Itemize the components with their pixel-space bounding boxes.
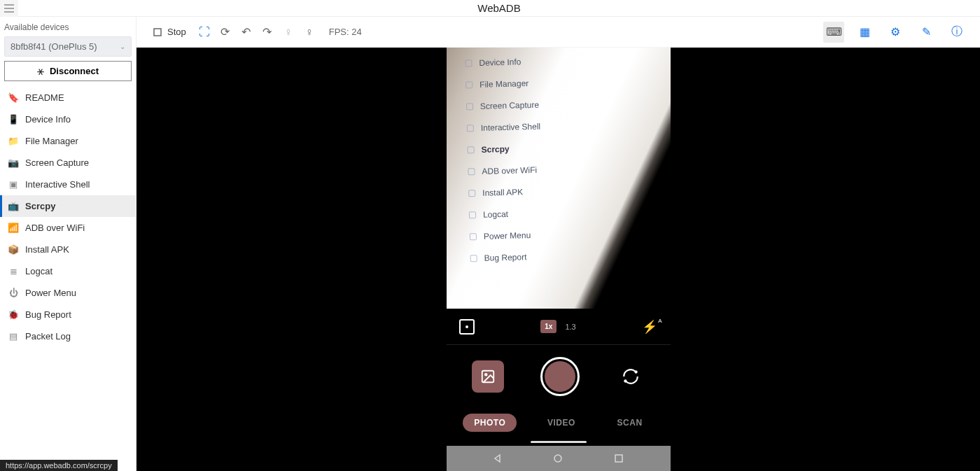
power-icon: ⏻: [8, 288, 18, 298]
rotate-device-left-button[interactable]: ↶: [241, 27, 252, 38]
sidebar-item-label: ADB over WiFi: [25, 223, 85, 233]
svg-rect-3: [154, 29, 161, 36]
viewfinder-list-item: Scrcpy: [467, 141, 649, 155]
idea-on-icon[interactable]: ♀: [304, 27, 315, 38]
sidebar-item-label: Device Info: [25, 114, 71, 125]
viewfinder-list-item: Logcat: [468, 206, 650, 220]
fullscreen-button[interactable]: ⛶: [199, 27, 210, 38]
sidebar-item-label: Bug Report: [25, 309, 71, 320]
sidebar-item-label: Power Menu: [25, 288, 76, 298]
sidebar: Available devices 8bfb8f41 (OnePlus 5) ⌄…: [0, 17, 136, 471]
camera-viewfinder[interactable]: Device InfoFile ManagerScreen CaptureInt…: [447, 48, 671, 309]
home-indicator: [447, 437, 671, 446]
terminal-icon: ▣: [8, 180, 18, 190]
svg-rect-9: [615, 455, 622, 462]
android-back-button[interactable]: [491, 452, 504, 465]
shutter-button[interactable]: [540, 357, 580, 396]
viewfinder-list-item: File Manager: [465, 76, 648, 90]
sidebar-item-label: Packet Log: [25, 331, 71, 342]
sidebar-item-device-info[interactable]: 📱Device Info: [0, 108, 136, 130]
sidebar-item-screen-capture[interactable]: 📷Screen Capture: [0, 152, 136, 174]
info-button[interactable]: ⓘ: [946, 22, 967, 43]
flash-auto-button[interactable]: ⚡A: [642, 319, 657, 335]
sidebar-item-label: Install APK: [25, 244, 69, 255]
sidebar-item-power-menu[interactable]: ⏻Power Menu: [0, 282, 136, 304]
phone-icon: 📱: [8, 115, 18, 125]
android-home-button[interactable]: [552, 452, 564, 465]
svg-point-6: [636, 371, 637, 372]
sidebar-item-logcat[interactable]: ≣Logcat: [0, 260, 136, 282]
fps-display: FPS: 24: [329, 27, 362, 37]
mode-photo-button[interactable]: PHOTO: [463, 414, 517, 432]
sidebar-item-label: File Manager: [25, 136, 78, 146]
cast-icon: 📺: [8, 202, 18, 211]
mode-video-button[interactable]: VIDEO: [536, 414, 587, 432]
stop-button[interactable]: Stop: [149, 24, 189, 41]
stop-label: Stop: [167, 27, 186, 37]
viewfinder-list-item: Device Info: [465, 54, 647, 69]
gallery-button[interactable]: [472, 360, 504, 393]
device-select-dropdown[interactable]: 8bfb8f41 (OnePlus 5) ⌄: [4, 36, 132, 57]
phone-screen: Device InfoFile ManagerScreen CaptureInt…: [447, 48, 671, 471]
svg-point-5: [485, 374, 487, 376]
sidebar-item-label: Logcat: [25, 266, 52, 276]
page-title: WebADB: [18, 2, 980, 14]
svg-point-7: [624, 380, 626, 381]
zoom-1-3-button[interactable]: 1.3: [565, 323, 575, 331]
keyboard-button[interactable]: ⌨: [823, 22, 844, 43]
sidebar-item-label: Scrcpy: [25, 201, 55, 211]
packet-icon: ▤: [8, 332, 18, 342]
device-select-value: 8bfb8f41 (OnePlus 5): [10, 41, 97, 52]
sidebar-item-install-apk[interactable]: 📦Install APK: [0, 239, 136, 260]
svg-point-8: [554, 455, 561, 462]
toolbar: Stop ⛶ ⟳ ↶ ↷ ♀ ♀ FPS: 24 ⌨ ▦ ⚙ ✎ ⓘ: [136, 17, 980, 48]
rotate-cw-button[interactable]: ⟳: [220, 27, 231, 38]
chevron-down-icon: ⌄: [120, 43, 125, 50]
viewfinder-list-item: Install APK: [468, 184, 650, 199]
layers-button[interactable]: ▦: [854, 22, 875, 43]
sidebar-header: Available devices: [0, 17, 136, 36]
sidebar-item-label: Screen Capture: [25, 157, 89, 168]
rotate-device-right-button[interactable]: ↷: [262, 27, 273, 38]
viewfinder-list-item: Power Menu: [469, 227, 651, 242]
sidebar-item-label: README: [25, 92, 64, 103]
viewfinder-list-item: Interactive Shell: [466, 119, 648, 134]
aspect-ratio-button[interactable]: [459, 319, 475, 335]
sidebar-item-bug-report[interactable]: 🐞Bug Report: [0, 304, 136, 325]
stop-icon: [152, 27, 163, 38]
camera-icon: 📷: [8, 158, 18, 168]
log-icon: ≣: [8, 267, 18, 276]
viewfinder-list-item: Screen Capture: [465, 97, 648, 112]
android-recents-button[interactable]: [612, 452, 625, 465]
package-icon: 📦: [8, 245, 18, 255]
viewfinder-list-item: ADB over WiFi: [468, 162, 650, 177]
settings-button[interactable]: ⚙: [885, 22, 906, 43]
sidebar-item-scrcpy[interactable]: 📺Scrcpy: [0, 195, 136, 217]
menu-toggle-button[interactable]: [0, 0, 18, 17]
zoom-1x-button[interactable]: 1x: [540, 320, 556, 333]
flip-camera-button[interactable]: [617, 363, 645, 391]
bug-icon: 🐞: [8, 310, 18, 320]
wifi-icon: 📶: [8, 223, 18, 233]
status-bar-url: https://app.webadb.com/scrcpy: [0, 460, 118, 471]
viewfinder-list-item: Bug Report: [470, 249, 652, 264]
sidebar-item-label: Interactive Shell: [25, 179, 90, 190]
bookmark-icon: 🔖: [8, 93, 18, 103]
sidebar-item-packet-log[interactable]: ▤Packet Log: [0, 325, 136, 347]
screen-mirror-area[interactable]: Device InfoFile ManagerScreen CaptureInt…: [136, 48, 980, 471]
sidebar-item-interactive-shell[interactable]: ▣Interactive Shell: [0, 174, 136, 195]
sidebar-item-adb-over-wifi[interactable]: 📶ADB over WiFi: [0, 217, 136, 239]
magic-button[interactable]: ✎: [916, 22, 937, 43]
plug-icon: ⚹: [37, 66, 44, 76]
disconnect-button[interactable]: ⚹ Disconnect: [4, 61, 132, 81]
sidebar-item-readme[interactable]: 🔖README: [0, 87, 136, 108]
mode-scan-button[interactable]: SCAN: [606, 414, 654, 432]
sidebar-item-file-manager[interactable]: 📁File Manager: [0, 130, 136, 152]
disconnect-label: Disconnect: [50, 66, 99, 76]
idea-off-icon[interactable]: ♀: [283, 27, 294, 38]
folder-icon: 📁: [8, 136, 18, 146]
